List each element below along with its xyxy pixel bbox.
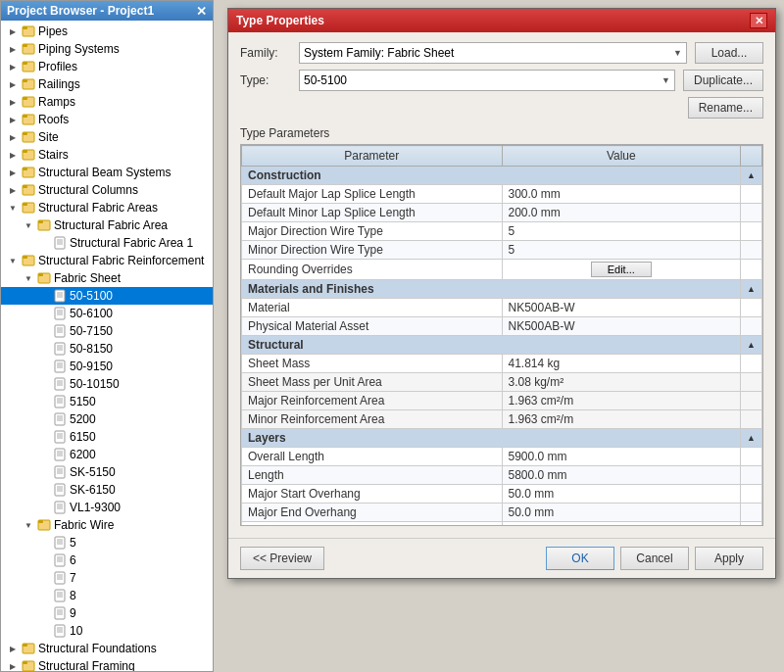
tree-expander-piping-systems[interactable]: ▶	[5, 41, 21, 57]
browser-close-button[interactable]: ✕	[196, 5, 207, 18]
section-collapse-1[interactable]: ▲	[741, 280, 762, 299]
tree-item-vl1-9300[interactable]: VL1-9300	[1, 499, 213, 516]
section-collapse-0[interactable]: ▲	[741, 167, 762, 185]
tree-expander-structural-framing[interactable]: ▶	[5, 658, 21, 671]
tree-label-50-8150: 50-8150	[68, 342, 113, 356]
params-table-wrapper[interactable]: Parameter Value Construction▲Default Maj…	[240, 144, 763, 526]
tree-item-ramps[interactable]: ▶Ramps	[1, 93, 213, 111]
tree-icon-w10	[52, 623, 68, 639]
tree-item-structural-columns[interactable]: ▶Structural Columns	[1, 181, 213, 199]
browser-tree[interactable]: ▶Pipes▶Piping Systems▶Profiles▶Railings▶…	[1, 21, 213, 671]
load-button[interactable]: Load...	[695, 42, 763, 64]
tree-item-50-6100[interactable]: 50-6100	[1, 305, 213, 322]
tree-label-50-10150: 50-10150	[68, 377, 120, 391]
tree-item-w7[interactable]: 7	[1, 569, 213, 587]
tree-label-structural-framing: Structural Framing	[36, 659, 135, 671]
tree-expander-w5	[36, 535, 52, 551]
tree-expander-profiles[interactable]: ▶	[5, 59, 21, 74]
type-combo[interactable]: 50-5100 ▼	[299, 70, 675, 91]
param-row: Major Reinforcement Area1.963 cm²/m	[242, 392, 762, 410]
cancel-button[interactable]: Cancel	[620, 547, 689, 570]
svg-rect-9	[23, 97, 27, 100]
tree-item-pipes[interactable]: ▶Pipes	[1, 23, 213, 40]
tree-item-sk-5150[interactable]: SK-5150	[1, 463, 213, 481]
preview-button[interactable]: << Preview	[240, 547, 324, 570]
duplicate-button[interactable]: Duplicate...	[683, 70, 763, 91]
tree-item-50-10150[interactable]: 50-10150	[1, 375, 213, 393]
tree-expander-structural-fabric-areas[interactable]: ▼	[5, 200, 21, 216]
tree-item-w9[interactable]: 9	[1, 604, 213, 622]
param-value[interactable]: Edit...	[502, 260, 741, 280]
param-name: Overall Length	[242, 448, 503, 466]
tree-expander-w9	[36, 605, 52, 621]
family-combo[interactable]: System Family: Fabric Sheet ▼	[299, 42, 687, 64]
tree-item-50-8150[interactable]: 50-8150	[1, 340, 213, 358]
tree-expander-structural-fabric-area[interactable]: ▼	[21, 217, 36, 233]
tree-expander-structural-foundations[interactable]: ▶	[5, 641, 21, 656]
tree-item-w10[interactable]: 10	[1, 622, 213, 640]
tree-item-structural-fabric-reinforcement[interactable]: ▼Structural Fabric Reinforcement	[1, 252, 213, 269]
tree-item-profiles[interactable]: ▶Profiles	[1, 58, 213, 75]
tree-icon-5150	[52, 394, 68, 409]
tree-item-railings[interactable]: ▶Railings	[1, 75, 213, 93]
dialog-footer: << Preview OK Cancel Apply	[228, 538, 775, 578]
tree-item-stairs[interactable]: ▶Stairs	[1, 146, 213, 164]
tree-expander-50-9150	[36, 359, 52, 374]
tree-item-w5[interactable]: 5	[1, 534, 213, 552]
section-collapse-3[interactable]: ▲	[741, 429, 762, 448]
tree-expander-fabric-sheet[interactable]: ▼	[21, 270, 36, 286]
param-row-extra	[741, 299, 762, 317]
tree-expander-fabric-wire[interactable]: ▼	[21, 517, 36, 533]
param-row-extra	[741, 204, 762, 222]
tree-expander-structural-columns[interactable]: ▶	[5, 182, 21, 198]
tree-item-structural-framing[interactable]: ▶Structural Framing	[1, 657, 213, 671]
tree-item-50-9150[interactable]: 50-9150	[1, 358, 213, 375]
tree-expander-stairs[interactable]: ▶	[5, 147, 21, 163]
apply-button[interactable]: Apply	[695, 547, 763, 570]
rename-button[interactable]: Rename...	[688, 97, 763, 119]
tree-item-6200[interactable]: 6200	[1, 446, 213, 463]
tree-item-5200[interactable]: 5200	[1, 410, 213, 428]
tree-item-50-7150[interactable]: 50-7150	[1, 322, 213, 340]
dialog-close-button[interactable]: ✕	[750, 13, 767, 28]
section-name-3: Layers	[242, 429, 741, 448]
tree-label-w9: 9	[68, 606, 76, 620]
tree-expander-roofs[interactable]: ▶	[5, 112, 21, 127]
tree-item-w6[interactable]: 6	[1, 552, 213, 569]
tree-item-structural-foundations[interactable]: ▶Structural Foundations	[1, 640, 213, 657]
edit-overrides-button[interactable]: Edit...	[591, 262, 652, 277]
svg-rect-98	[55, 590, 65, 601]
param-value: 5900.0 mm	[502, 448, 741, 466]
tree-item-structural-fabric-area[interactable]: ▼Structural Fabric Area	[1, 216, 213, 234]
tree-item-structural-fabric-area-1[interactable]: Structural Fabric Area 1	[1, 234, 213, 252]
tree-expander-6150	[36, 429, 52, 445]
svg-rect-86	[55, 537, 65, 549]
section-collapse-2[interactable]: ▲	[741, 336, 762, 355]
svg-rect-7	[23, 79, 27, 82]
ok-button[interactable]: OK	[546, 547, 614, 570]
tree-expander-railings[interactable]: ▶	[5, 76, 21, 92]
tree-item-roofs[interactable]: ▶Roofs	[1, 111, 213, 128]
tree-item-w8[interactable]: 8	[1, 587, 213, 604]
tree-expander-5200	[36, 411, 52, 427]
tree-icon-w6	[52, 552, 68, 568]
tree-item-structural-beam-systems[interactable]: ▶Structural Beam Systems	[1, 164, 213, 181]
tree-item-sk-6150[interactable]: SK-6150	[1, 481, 213, 499]
tree-item-site[interactable]: ▶Site	[1, 128, 213, 146]
tree-expander-site[interactable]: ▶	[5, 129, 21, 145]
tree-item-50-5100[interactable]: 50-5100	[1, 287, 213, 305]
svg-rect-60	[55, 413, 65, 425]
tree-item-fabric-wire[interactable]: ▼Fabric Wire	[1, 516, 213, 534]
tree-item-fabric-sheet[interactable]: ▼Fabric Sheet	[1, 269, 213, 287]
tree-expander-structural-fabric-reinforcement[interactable]: ▼	[5, 253, 21, 268]
tree-expander-w6	[36, 552, 52, 568]
tree-expander-pipes[interactable]: ▶	[5, 24, 21, 39]
tree-item-structural-fabric-areas[interactable]: ▼Structural Fabric Areas	[1, 199, 213, 216]
tree-item-6150[interactable]: 6150	[1, 428, 213, 446]
tree-expander-ramps[interactable]: ▶	[5, 94, 21, 110]
tree-expander-structural-beam-systems[interactable]: ▶	[5, 165, 21, 180]
tree-item-piping-systems[interactable]: ▶Piping Systems	[1, 40, 213, 58]
tree-icon-structural-columns	[21, 182, 36, 198]
tree-item-5150[interactable]: 5150	[1, 393, 213, 410]
tree-label-50-9150: 50-9150	[68, 360, 113, 373]
